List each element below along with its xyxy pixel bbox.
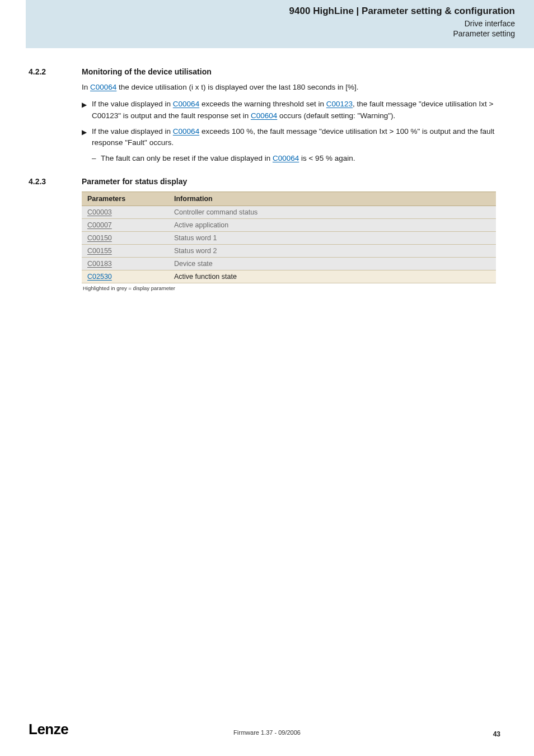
footer-center-text: Firmware 1.37 - 09/2006 [233,729,301,736]
table-row: C00150 Status word 1 [82,231,496,244]
link-c00123[interactable]: C00123 [326,100,353,108]
cell-param: C00007 [82,218,168,231]
link-c00064[interactable]: C00064 [273,154,299,162]
intro-paragraph: In C00064 the device utilisation (i x t)… [82,82,500,93]
section-title: Monitoring of the device utilisation [82,67,212,76]
link-c00064[interactable]: C00064 [173,100,199,108]
doc-subtitle-2: Parameter setting [36,29,515,38]
bullet-text: If the value displayed in C00064 exceeds… [92,99,500,122]
table-header-row: Parameters Information [82,192,496,206]
table-row: C00007 Active application [82,218,496,231]
text-fragment: is < 95 % again. [299,154,355,162]
status-display-table: Parameters Information C00003 Controller… [82,192,496,283]
bullet-item: ▶ If the value displayed in C00064 excee… [82,126,500,149]
cell-info: Status word 1 [168,231,496,244]
status-display-table-wrap: Parameters Information C00003 Controller… [82,192,500,291]
lenze-logo: Lenze [29,721,68,738]
link-c00064[interactable]: C00064 [90,83,116,91]
bullet-item: ▶ If the value displayed in C00064 excee… [82,99,500,122]
dash-icon: – [92,153,101,164]
text-fragment: If the value displayed in [92,100,173,108]
page-footer: Lenze Firmware 1.37 - 09/2006 43 [0,721,534,738]
section-number: 4.2.2 [29,67,82,76]
link-c00155[interactable]: C00155 [87,247,112,255]
cell-info: Active function state [168,270,496,283]
cell-param: C00155 [82,244,168,257]
section-title: Parameter for status display [82,177,187,186]
doc-title: 9400 HighLine | Parameter setting & conf… [36,6,515,17]
cell-param: C00003 [82,206,168,218]
cell-info: Status word 2 [168,244,496,257]
link-c00183[interactable]: C00183 [87,260,112,268]
table-row: C00183 Device state [82,257,496,270]
triangle-right-icon: ▶ [82,99,92,122]
section-4-2-3-heading: 4.2.3 Parameter for status display [29,177,500,186]
link-c00064[interactable]: C00064 [173,127,199,136]
link-c00007[interactable]: C00007 [87,221,112,229]
cell-param: C00183 [82,257,168,270]
sub-bullet-item: – The fault can only be reset if the val… [92,153,500,164]
col-header-information: Information [168,192,496,206]
text-fragment: occurs (default setting: "Warning"). [277,111,395,120]
table-footnote: Highlighted in grey = display parameter [82,283,500,291]
text-fragment: the device utilisation (i x t) is displa… [116,83,358,91]
col-header-parameters: Parameters [82,192,168,206]
table-row: C00003 Controller command status [82,206,496,218]
table-row: C00155 Status word 2 [82,244,496,257]
link-c00604[interactable]: C00604 [251,111,277,120]
cell-param: C02530 [82,270,168,283]
text-fragment: The fault can only be reset if the value… [101,154,273,162]
cell-info: Controller command status [168,206,496,218]
link-c02530[interactable]: C02530 [87,273,112,281]
doc-subtitle-1: Drive interface [36,19,515,28]
text-fragment: exceeds the warning threshold set in [199,100,326,108]
triangle-right-icon: ▶ [82,126,92,149]
section-number: 4.2.3 [29,177,82,186]
text-fragment: If the value displayed in [92,127,173,136]
bullet-text: If the value displayed in C00064 exceeds… [92,126,500,149]
page-number: 43 [493,730,500,738]
page-header: 9400 HighLine | Parameter setting & conf… [0,0,534,48]
cell-param: C00150 [82,231,168,244]
link-c00150[interactable]: C00150 [87,234,112,242]
header-left-gap [0,0,26,48]
header-right: 9400 HighLine | Parameter setting & conf… [26,0,534,48]
section-4-2-2-body: In C00064 the device utilisation (i x t)… [82,82,500,165]
sub-bullet-text: The fault can only be reset if the value… [101,153,500,164]
text-fragment: In [82,83,90,91]
link-c00003[interactable]: C00003 [87,208,112,216]
cell-info: Device state [168,257,496,270]
section-4-2-2-heading: 4.2.2 Monitoring of the device utilisati… [29,67,500,76]
table-row: C02530 Active function state [82,270,496,283]
cell-info: Active application [168,218,496,231]
page-content: 4.2.2 Monitoring of the device utilisati… [0,48,534,291]
